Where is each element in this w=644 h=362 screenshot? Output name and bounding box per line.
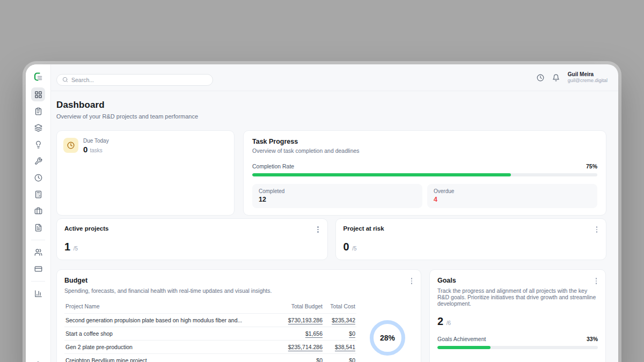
- due-today-label: Due Today: [83, 138, 109, 144]
- total-cost-cell[interactable]: $0: [349, 330, 355, 337]
- completion-rate-bar-fill: [252, 173, 511, 176]
- budget-title: Budget: [64, 277, 87, 284]
- sidebar-divider: [31, 281, 45, 282]
- sidebar-item-team[interactable]: [31, 245, 45, 259]
- creme-logo-icon: [33, 71, 43, 82]
- table-row[interactable]: Creighton Beryllium mine project $0 $0: [64, 353, 356, 362]
- due-today-card: Due Today 0 tasks: [56, 130, 235, 216]
- total-cost-cell[interactable]: $0: [349, 357, 355, 362]
- app-window: V1.0 Search... Guil Meira guil@creme.dig…: [26, 64, 618, 362]
- clipboard-tasks-icon: [34, 107, 42, 115]
- user-email: guil@creme.digital: [568, 78, 608, 84]
- users-icon: [34, 248, 42, 256]
- goals-achievement-bar: [437, 346, 598, 349]
- budget-usage-gauge: 28%: [370, 320, 405, 356]
- total-budget-cell[interactable]: $730,193.286: [288, 317, 323, 323]
- search-input[interactable]: Search...: [56, 74, 213, 86]
- column-header-total-budget: Total Budget: [280, 299, 324, 314]
- calculator-icon: [34, 190, 42, 198]
- task-progress-subtitle: Overview of task completion and deadline…: [252, 147, 597, 154]
- credit-card-icon: [34, 265, 42, 273]
- completion-rate-bar: [252, 173, 597, 176]
- project-name-cell: Creighton Beryllium mine project: [64, 353, 280, 362]
- column-header-total-cost: Total Cost: [324, 299, 356, 314]
- project-at-risk-card: Project at risk 0 /5: [335, 218, 607, 260]
- overdue-value: 4: [434, 196, 591, 203]
- active-projects-title: Active projects: [64, 225, 108, 232]
- dashboard-grid-icon: [34, 91, 42, 99]
- project-name-cell: Gen 2 plate pre-production: [64, 340, 280, 353]
- sidebar-item-tools[interactable]: [31, 154, 45, 168]
- document-icon: [34, 224, 42, 232]
- sidebar-item-ideas[interactable]: [31, 137, 45, 151]
- bar-chart-icon: [34, 290, 42, 298]
- briefcase-icon: [34, 207, 42, 215]
- goals-subtitle: Track the progress and alignment of all …: [437, 287, 598, 307]
- budget-subtitle: Spending, forecasts, and financial healt…: [64, 287, 413, 294]
- table-row[interactable]: Gen 2 plate pre-production $235,714.286 …: [64, 340, 356, 353]
- clock-icon: [537, 74, 544, 82]
- user-menu[interactable]: Guil Meira guil@creme.digital: [568, 71, 608, 84]
- active-projects-card: Active projects 1 /5: [56, 218, 328, 260]
- notifications-bell-button[interactable]: [552, 74, 560, 82]
- user-name: Guil Meira: [568, 71, 608, 78]
- goals-achievement-bar-fill: [437, 346, 491, 349]
- kebab-menu-button[interactable]: [410, 277, 414, 285]
- kebab-menu-button[interactable]: [595, 225, 599, 234]
- bell-icon: [552, 74, 560, 82]
- project-name-cell: Start a coffee shop: [64, 327, 280, 340]
- project-at-risk-title: Project at risk: [343, 225, 384, 232]
- sidebar-item-dashboard[interactable]: [31, 87, 45, 101]
- sidebar-item-billing[interactable]: [31, 262, 45, 276]
- budget-table: Project Name Total Budget Total Cost Sec…: [64, 299, 356, 362]
- project-at-risk-total: /5: [352, 246, 356, 252]
- sidebar-item-portfolio[interactable]: [31, 204, 45, 218]
- lightbulb-icon: [34, 141, 42, 149]
- sidebar-item-documents[interactable]: [31, 220, 45, 234]
- sidebar-item-time[interactable]: [31, 171, 45, 184]
- goals-achievement-value: 33%: [587, 336, 598, 342]
- history-clock-button[interactable]: [537, 74, 544, 82]
- task-progress-card: Task Progress Overview of task completio…: [243, 130, 606, 216]
- main-area: Search... Guil Meira guil@creme.digital …: [51, 64, 618, 362]
- total-budget-cell[interactable]: $1,656: [305, 330, 323, 337]
- completion-rate-value: 75%: [586, 163, 597, 169]
- total-cost-cell[interactable]: $38,541: [335, 344, 355, 350]
- project-at-risk-value: 0 /5: [343, 241, 599, 253]
- kebab-menu-button[interactable]: [316, 225, 320, 234]
- completed-label: Completed: [259, 188, 416, 194]
- project-name-cell: Second generation propulsion plate based…: [64, 313, 280, 327]
- total-budget-cell[interactable]: $235,714.286: [288, 344, 323, 350]
- column-header-project-name: Project Name: [64, 299, 280, 314]
- total-budget-cell[interactable]: $0: [316, 357, 323, 362]
- wrench-icon: [34, 157, 42, 165]
- goals-card: Goals Track the progress and alignment o…: [429, 269, 606, 362]
- goals-achievement-label: Goals Achievement: [437, 336, 486, 342]
- active-projects-total: /5: [74, 246, 78, 252]
- due-today-unit: tasks: [90, 147, 103, 153]
- clock-icon: [67, 142, 75, 149]
- overdue-stat: Overdue 4: [427, 184, 597, 208]
- completed-value: 12: [259, 196, 416, 203]
- goals-total: /6: [447, 320, 451, 326]
- topbar: Search... Guil Meira guil@creme.digital: [51, 64, 618, 91]
- goals-value: 2 /6: [437, 315, 598, 328]
- sidebar-item-tasks[interactable]: [31, 104, 45, 118]
- dashboard-content: Dashboard Overview of your R&D projects …: [51, 91, 618, 362]
- clock-icon: [34, 174, 42, 182]
- sidebar-item-projects[interactable]: [31, 121, 45, 135]
- sidebar-item-budgeting[interactable]: [31, 187, 45, 201]
- due-today-iconbox: [63, 138, 78, 153]
- sidebar-item-analytics[interactable]: [31, 286, 45, 300]
- active-projects-value: 1 /5: [64, 241, 320, 253]
- table-row[interactable]: Start a coffee shop $1,656 $0: [64, 327, 356, 340]
- total-cost-cell[interactable]: $235,342: [332, 317, 355, 323]
- kebab-menu-button[interactable]: [595, 277, 598, 285]
- budget-usage-percent: 28%: [380, 334, 395, 342]
- page-title: Dashboard: [56, 100, 606, 110]
- table-row[interactable]: Second generation propulsion plate based…: [64, 313, 356, 327]
- goals-title: Goals: [437, 277, 456, 284]
- sidebar: V1.0: [26, 64, 51, 362]
- sidebar-divider: [31, 240, 45, 240]
- layers-icon: [34, 124, 42, 132]
